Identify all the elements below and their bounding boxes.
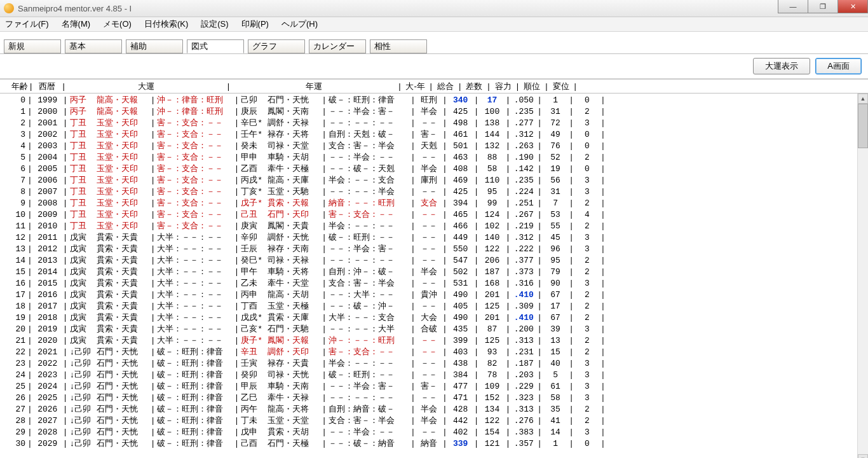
table-row: 12|2011|戊寅貫索・天貴|大半：－－：－－|辛卯調舒・天恍|破－：旺刑：－… — [8, 232, 868, 244]
table-row: 10|2009|丁丑玉堂・天印|害－：支合：－－|己丑石門・天印|害－：支合：－… — [8, 209, 868, 221]
table-row: 22|2021|↓己卯石門・天恍|破－：旺刑：律音|辛丑調舒・天印|害－：支合：… — [8, 347, 868, 358]
table-row: 8|2007|丁丑玉堂・天印|害－：支合：－－|丁亥*玉堂・天馳|－－：－－：半… — [8, 186, 868, 198]
menu-item[interactable]: メモ(O) — [103, 18, 132, 30]
menu-item[interactable]: 印刷(P) — [241, 18, 269, 30]
tab-2[interactable]: 補助 — [126, 39, 183, 53]
table-row: 1|2000|丙子龍高・天報|沖－：律音：旺刑|庚辰鳳閣・天南|－－：半会：害－… — [8, 106, 868, 118]
menubar: ファイル(F)名簿(M)メモ(O)日付検索(K)設定(S)印刷(P)ヘルプ(H) — [0, 17, 868, 32]
table-row: 20|2019|戊寅貫索・天貴|大半：－－：－－|己亥*石門・天馳|－－：－－：… — [8, 324, 868, 335]
vertical-scrollbar[interactable]: ▲ ▼ — [857, 94, 868, 458]
table-row: 21|2020|戊寅貫索・天貴|大半：－－：－－|庚子*鳳閣・天報|沖－：－－：… — [8, 335, 868, 347]
table-row: 18|2017|戊寅貫索・天貴|大半：－－：－－|丁酉玉堂・天極|－－：破－：沖… — [8, 301, 868, 312]
scroll-up-icon[interactable]: ▲ — [858, 94, 868, 104]
table-row: 2|2001|丁丑玉堂・天印|害－：支合：－－|辛巳*調舒・天禄|－－：－－：－… — [8, 118, 868, 129]
tab-5[interactable]: カレンダー — [309, 39, 366, 53]
tab-0[interactable]: 新規 — [4, 39, 61, 53]
table-row: 28|2027|↓己卯石門・天恍|破－：旺刑：律音|丁未玉堂・天堂|支合：害－：… — [8, 415, 868, 427]
scroll-down-icon[interactable]: ▼ — [858, 454, 868, 458]
table-row: 11|2010|丁丑玉堂・天印|害－：支合：－－|庚寅鳳閣・天貴|半会：－－：－… — [8, 221, 868, 232]
maximize-button[interactable]: ❐ — [808, 0, 838, 13]
data-grid-wrap: 0|1999|丙子龍高・天報|沖－：律音：旺刑|己卯石門・天恍|破－：旺刑：律音… — [0, 94, 868, 458]
table-row: 26|2025|↓己卯石門・天恍|破－：旺刑：律音|乙巳牽牛・天禄|－－：－－：… — [8, 392, 868, 404]
action-row: 大運表示 A画面 — [0, 54, 868, 79]
table-row: 9|2008|丁丑玉堂・天印|害－：支合：－－|戊子*貫索・天報|納音：－－：旺… — [8, 198, 868, 209]
data-grid: 0|1999|丙子龍高・天報|沖－：律音：旺刑|己卯石門・天恍|破－：旺刑：律音… — [0, 94, 868, 450]
titlebar: Sanmeipro4 mentor.ver 4.85 - I — ❐ ✕ — [0, 0, 868, 17]
table-row: 23|2022|↓己卯石門・天恍|破－：旺刑：律音|壬寅禄存・天貴|半会：－－：… — [8, 358, 868, 370]
column-headers: 年齢|西暦|大運|年運|大-年|総合|差数|容力|順位|変位| — [0, 79, 868, 94]
table-row: 30|2029|↓己卯石門・天恍|破－：旺刑：律音|己酉石門・天極|－－：破－：… — [8, 438, 868, 450]
table-row: 17|2016|戊寅貫索・天貴|大半：－－：－－|丙申龍高・天胡|－－：大半：－… — [8, 289, 868, 301]
table-row: 7|2006|丁丑玉堂・天印|害－：支合：－－|丙戌*龍高・天庫|半会：－－：支… — [8, 175, 868, 186]
table-row: 19|2018|戊寅貫索・天貴|大半：－－：－－|戊戌*貫索・天庫|大半：－－：… — [8, 312, 868, 324]
table-row: 5|2004|丁丑玉堂・天印|害－：支合：－－|甲申車騎・天胡|－－：半会：－－… — [8, 152, 868, 163]
table-row: 3|2002|丁丑玉堂・天印|害－：支合：－－|壬午*禄存・天将|自刑：天剋：破… — [8, 129, 868, 141]
menu-item[interactable]: 名簿(M) — [62, 18, 91, 30]
table-row: 0|1999|丙子龍高・天報|沖－：律音：旺刑|己卯石門・天恍|破－：旺刑：律音… — [8, 95, 868, 106]
tab-1[interactable]: 基本 — [65, 39, 122, 53]
table-row: 25|2024|↓己卯石門・天恍|破－：旺刑：律音|甲辰車騎・天南|－－：半会：… — [8, 381, 868, 392]
menu-item[interactable]: ファイル(F) — [5, 18, 49, 30]
app-icon — [4, 3, 14, 13]
table-row: 13|2012|戊寅貫索・天貴|大半：－－：－－|壬辰禄存・天南|－－：半会：害… — [8, 244, 868, 255]
close-button[interactable]: ✕ — [838, 0, 868, 13]
table-row: 16|2015|戊寅貫索・天貴|大半：－－：－－|乙未牽牛・天堂|支合：害－：半… — [8, 278, 868, 289]
menu-item[interactable]: 設定(S) — [201, 18, 228, 30]
table-row: 6|2005|丁丑玉堂・天印|害－：支合：－－|乙酉牽牛・天極|－－：破－：天剋… — [8, 163, 868, 175]
menu-item[interactable]: 日付検索(K) — [144, 18, 188, 30]
minimize-button[interactable]: — — [778, 0, 808, 13]
tab-row: 新規基本補助図式グラフカレンダー相性 — [0, 32, 868, 54]
window-title: Sanmeipro4 mentor.ver 4.85 - I — [18, 4, 778, 13]
tab-6[interactable]: 相性 — [370, 39, 427, 53]
table-row: 4|2003|丁丑玉堂・天印|害－：支合：－－|癸未司禄・天堂|支合：害－：半会… — [8, 141, 868, 152]
table-row: 24|2023|↓己卯石門・天恍|破－：旺刑：律音|癸卯司禄・天恍|破－：旺刑：… — [8, 370, 868, 381]
table-row: 27|2026|↓己卯石門・天恍|破－：旺刑：律音|丙午龍高・天将|自刑：納音：… — [8, 404, 868, 415]
menu-item[interactable]: ヘルプ(H) — [281, 18, 318, 30]
table-row: 14|2013|戊寅貫索・天貴|大半：－－：－－|癸巳*司禄・天禄|－－：－－：… — [8, 255, 868, 267]
daiun-display-button[interactable]: 大運表示 — [753, 58, 810, 74]
screen-a-button[interactable]: A画面 — [815, 58, 862, 74]
tab-3[interactable]: 図式 — [187, 39, 244, 53]
table-row: 29|2028|↓己卯石門・天恍|破－：旺刑：律音|戊申貫索・天胡|－－：半会：… — [8, 427, 868, 438]
tab-4[interactable]: グラフ — [248, 39, 305, 53]
scroll-thumb[interactable] — [858, 104, 868, 148]
table-row: 15|2014|戊寅貫索・天貴|大半：－－：－－|甲午車騎・天将|自刑：沖－：破… — [8, 267, 868, 278]
